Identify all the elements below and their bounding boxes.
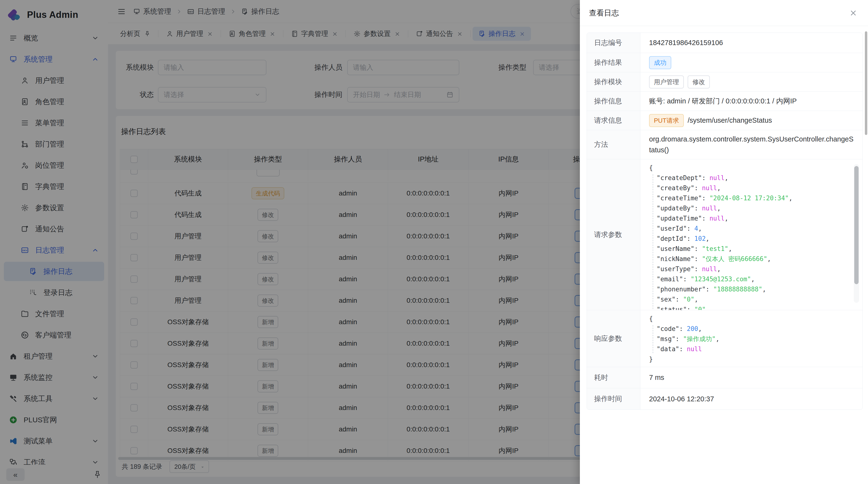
code-punct: : (706, 286, 713, 293)
code-value: 4 (694, 225, 698, 232)
code-punct: , (751, 276, 755, 283)
code-punct: : (687, 225, 694, 232)
code-line: "deptId": 102, (649, 233, 855, 244)
detail-value: 7 ms (641, 367, 863, 388)
code-punct: , (698, 325, 702, 332)
code-punct: : (679, 325, 687, 332)
detail-row-method: 方法org.dromara.system.controller.system.S… (587, 130, 863, 159)
code-line: "sex": "0", (649, 294, 855, 304)
drawer-scrollbar[interactable] (865, 31, 867, 135)
detail-label-text: 操作时间 (594, 394, 622, 404)
code-line: "userName": "test1", (649, 244, 855, 254)
code-line: "nickName": "仅本人 密码666666", (649, 254, 855, 264)
detail-label-text: 操作结果 (594, 58, 622, 67)
code-punct: : (694, 265, 702, 272)
detail-row-cost: 耗时7 ms (587, 367, 863, 388)
json-code-block: { "code": 200, "msg": "操作成功", "data": nu… (649, 314, 855, 364)
code-punct: , (717, 205, 721, 212)
code-punct: , (767, 255, 771, 262)
detail-text-value: 账号: admin / 研发部门 / 0:0:0:0:0:0:0:1 / 内网I… (649, 96, 797, 106)
code-key: "email" (656, 276, 683, 283)
code-line: { (649, 163, 855, 173)
code-punct: : (676, 296, 683, 303)
code-key: "nickName" (656, 255, 694, 262)
log-detail-table: 日志编号1842781986426159106操作结果成功操作模块用户管理修改操… (587, 33, 863, 410)
detail-text-value: /system/user/changeStatus (688, 117, 772, 124)
code-punct: , (763, 286, 766, 293)
code-punct: : (694, 245, 702, 252)
detail-label: 操作时间 (587, 388, 641, 410)
code-line: "email": "12345@1253.com", (649, 274, 855, 284)
code-key: "msg" (656, 335, 675, 343)
code-punct: , (694, 296, 698, 303)
detail-label: 方法 (587, 130, 641, 159)
code-line: } (649, 354, 855, 364)
code-value: "仅本人 密码666666" (702, 255, 767, 262)
code-punct: : (694, 205, 702, 212)
code-key: "createDept" (656, 174, 702, 182)
detail-label: 请求信息 (587, 111, 641, 130)
detail-label: 请求参数 (587, 159, 641, 310)
detail-label-text: 耗时 (594, 373, 608, 383)
code-line: "updateTime": null, (649, 213, 855, 223)
detail-value: 用户管理修改 (641, 72, 863, 91)
code-punct: : (687, 306, 694, 310)
code-key: "deptId" (656, 235, 687, 242)
detail-value: 账号: admin / 研发部门 / 0:0:0:0:0:0:0:1 / 内网I… (641, 92, 863, 110)
detail-row-op-info: 操作信息账号: admin / 研发部门 / 0:0:0:0:0:0:0:1 /… (587, 92, 863, 111)
detail-value: { "code": 200, "msg": "操作成功", "data": nu… (641, 310, 863, 367)
tag-plain: 用户管理 (649, 75, 684, 89)
code-punct: , (728, 245, 732, 252)
code-key: "createBy" (656, 184, 694, 192)
detail-text-value: 2024-10-06 12:20:37 (649, 395, 714, 403)
detail-row-req-params: 请求参数{ "createDept": null, "createBy": nu… (587, 159, 863, 310)
detail-label: 响应参数 (587, 310, 641, 367)
code-punct: , (724, 174, 728, 182)
detail-row-op-result: 操作结果成功 (587, 53, 863, 72)
code-punct: , (724, 215, 728, 222)
code-line: "userType": null, (649, 264, 855, 274)
code-key: "userId" (656, 225, 687, 232)
detail-text-value: org.dromara.system.controller.system.Sys… (649, 135, 854, 154)
code-punct: : (702, 195, 709, 202)
view-log-drawer: 查看日志 日志编号1842781986426159106操作结果成功操作模块用户… (580, 0, 868, 484)
code-value: null (709, 215, 724, 222)
code-value: 102 (694, 235, 706, 242)
code-punct: , (716, 335, 719, 343)
code-key: "code" (656, 325, 679, 332)
code-line: "msg": "操作成功", (649, 334, 855, 344)
detail-value: { "createDept": null, "createBy": null, … (641, 159, 863, 310)
code-line: "phonenumber": "18888888888", (649, 284, 855, 294)
tag-primary: 成功 (649, 56, 671, 69)
code-value: "操作成功" (683, 335, 716, 343)
code-punct: : (694, 184, 702, 192)
detail-label: 耗时 (587, 367, 641, 388)
code-key: "userName" (656, 245, 694, 252)
code-punct: , (706, 235, 710, 242)
code-line: "createDept": null, (649, 173, 855, 183)
code-line: "code": 200, (649, 324, 855, 334)
close-icon[interactable] (849, 9, 858, 17)
detail-row-op-module: 操作模块用户管理修改 (587, 72, 863, 92)
code-value: null (687, 346, 702, 353)
code-value: null (702, 265, 717, 272)
detail-text-value: 1842781986426159106 (649, 39, 723, 47)
code-line: "data": null (649, 344, 855, 354)
code-value: null (709, 174, 724, 182)
code-line: "userId": 4, (649, 223, 855, 233)
code-line: "status": "0", (649, 304, 855, 310)
detail-label: 操作信息 (587, 92, 641, 110)
tag-plain: 修改 (688, 75, 710, 89)
code-key: "phonenumber" (656, 286, 706, 293)
code-value: 200 (687, 325, 698, 332)
code-value: "18888888888" (713, 286, 763, 293)
detail-value: PUT请求/system/user/changeStatus (641, 111, 863, 130)
code-key: "sex" (656, 296, 675, 303)
detail-value: 成功 (641, 53, 863, 72)
detail-label-text: 操作模块 (594, 77, 622, 87)
code-punct: : (702, 174, 709, 182)
code-value: "0" (683, 296, 694, 303)
detail-label-text: 操作信息 (594, 96, 622, 106)
detail-label-text: 请求参数 (594, 230, 622, 239)
code-value: "test1" (702, 245, 728, 252)
